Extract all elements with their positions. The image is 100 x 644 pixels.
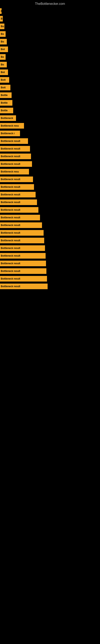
bar-label: Bottle [0,100,12,106]
bar-label: Bo [0,54,6,60]
bar-row: Bo [0,62,100,68]
bar-row: Bottleneck result [0,245,100,251]
bar-row: Bottle [0,92,100,98]
bar-label: Bottleneck resu [0,123,24,128]
bar-label: Bott [0,77,9,83]
page-title: TheBottlenecker.com [0,0,100,7]
bar-row: Bottleneck result [0,252,100,259]
bar-row: Bottleneck result [0,283,100,290]
bar-row: Bottleneck resu [0,122,100,129]
bar-label: Bottleneck result [0,154,31,159]
bar-label: Bottle [0,108,13,113]
bar-label: Bottleneck result [0,146,30,152]
bar-row: Bottleneck result [0,237,100,244]
bar-row: Bottleneck result [0,260,100,267]
bar-row: Bottleneck result [0,184,100,190]
bar-row: Bo [0,54,100,60]
bar-row: Bottleneck r [0,130,100,137]
bar-row: Bottleneck result [0,161,100,167]
bar-label: Bottleneck result [0,268,47,274]
bar-label: Bottleneck result [0,161,32,167]
bar-label: Bottleneck result [0,192,36,198]
bar-row: Bottleneck result [0,153,100,160]
bar-label: Bo [0,39,7,44]
bar-label: Bot [0,46,8,52]
bar-label: Bottleneck result [0,245,45,251]
bar-label: Bottleneck result [0,276,47,282]
bar-label: Bottleneck result [0,253,46,258]
bar-row: Bottleneck result [0,176,100,182]
bar-label: Bottleneck result [0,184,34,190]
bar-label: Bottleneck result [0,284,48,289]
bar-row: Bottle [0,107,100,114]
bar-row: Bottleneck [0,115,100,121]
bar-label: Bottle [0,92,12,98]
bar-row: Bo [0,23,100,30]
bar-row: Bottleneck result [0,230,100,236]
bar-row: Bot [0,46,100,52]
bar-row: Bottleneck result [0,199,100,206]
bar-label: B [0,8,1,14]
bar-label: Bottleneck r [0,130,20,136]
bar-label: Bottleneck result [0,138,28,144]
bar-label: Bottleneck result [0,200,37,205]
bar-row: Bottleneck result [0,222,100,228]
bar-label: Bo [0,62,7,68]
bar-row: B [0,16,100,22]
bar-label: Bot [0,70,8,75]
bar-label: Bottleneck result [0,207,38,213]
bar-label: Bottleneck result [0,238,44,243]
bar-label: Bo [0,31,6,37]
bar-row: Bottleneck result [0,138,100,144]
bar-label: Bottleneck result [0,230,44,236]
bar-row: Bottleneck result [0,214,100,221]
bar-row: Bott [0,77,100,83]
bar-row: Bottleneck resu [0,168,100,175]
bar-label: Bottleneck result [0,176,33,182]
bar-row: Bottleneck result [0,276,100,282]
bar-label: Bottleneck [0,115,16,121]
bar-label: Bott [0,85,10,90]
bar-row: Bottleneck result [0,192,100,198]
bar-row: Bo [0,31,100,37]
bar-label: Bo [0,24,4,29]
bar-row: Bott [0,84,100,91]
bar-row: Bottleneck result [0,146,100,152]
bar-label: B [0,16,3,22]
bar-row: Bo [0,38,100,45]
bar-label: Bottleneck result [0,215,40,220]
bar-row: Bottleneck result [0,207,100,213]
bar-row: Bot [0,69,100,76]
bar-label: Bottleneck resu [0,169,29,174]
bar-row: Bottleneck result [0,268,100,274]
bar-row: B [0,8,100,14]
bar-row: Bottle [0,100,100,106]
bar-label: Bottleneck result [0,260,46,266]
bar-label: Bottleneck result [0,222,42,228]
